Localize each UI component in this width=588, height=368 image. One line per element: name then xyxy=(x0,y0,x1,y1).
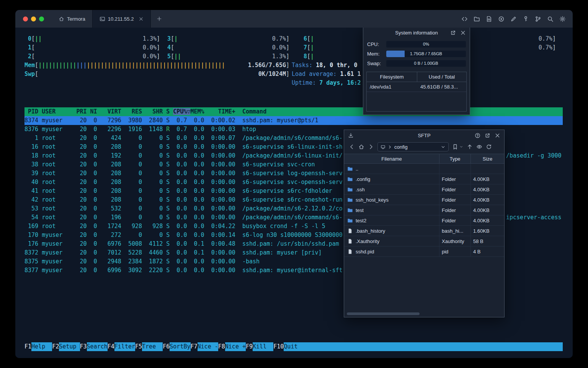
fn-label-F6[interactable]: SortBy xyxy=(170,342,190,351)
close-panel-icon[interactable] xyxy=(495,133,500,138)
file-row[interactable]: .configFolder4.00KB xyxy=(344,174,504,184)
column-header-size[interactable]: Size xyxy=(471,154,504,163)
file-row[interactable]: ssh_host_keysFolder4.00KB xyxy=(344,195,504,205)
file-row[interactable]: .sshFolder4.00KB xyxy=(344,184,504,195)
meter-bar: 1.75GB / 7.65GB xyxy=(386,51,466,57)
fn-key-F8[interactable]: F8 xyxy=(218,342,225,351)
process-row-8375[interactable]: 8375 myuser 20 0 2948 2384 1872 S 0.0 0.… xyxy=(24,257,260,266)
parent-directory-icon[interactable] xyxy=(467,144,473,150)
memory-meter: Mem[||||||||||||||||||||||||||||||||||||… xyxy=(24,61,289,70)
fn-label-F8[interactable]: Nice + xyxy=(225,342,246,351)
fn-key-F1[interactable]: F1 xyxy=(24,342,31,351)
file-row[interactable]: sshd.pidpid4 B xyxy=(344,246,504,257)
fn-key-F2[interactable]: F2 xyxy=(52,342,59,351)
process-row-8372[interactable]: 8372 myuser 20 0 7012 5228 4460 S 0.0 0.… xyxy=(24,248,322,257)
process-row-42[interactable]: 42 root 20 0 208 0 0 S 0.0 0.0 0:00.00 s… xyxy=(24,196,343,204)
show-hidden-icon[interactable] xyxy=(476,144,482,150)
chevron-down-icon[interactable] xyxy=(441,145,446,150)
path-breadcrumb[interactable]: config xyxy=(377,142,449,151)
pen-icon[interactable] xyxy=(510,16,517,22)
open-in-window-icon[interactable] xyxy=(450,30,456,36)
fn-label-F1[interactable]: Help xyxy=(31,342,52,351)
code-icon[interactable] xyxy=(461,16,468,22)
swap-meter: Swp[0K/1024M] xyxy=(24,70,289,79)
home-icon[interactable] xyxy=(358,144,364,150)
htop-header-row[interactable]: PID USER PRI NI VIRT RES SHR S CPU%▽MEM%… xyxy=(24,107,563,116)
process-row-8376[interactable]: 8376 myuser 20 0 2296 1916 1148 R 0.7 0.… xyxy=(24,125,256,134)
fn-label-F4[interactable]: Filter xyxy=(114,342,135,351)
file-size: 4.00KB xyxy=(471,215,504,225)
process-row-54[interactable]: 54 root 20 0 196 0 0 S 0.0 0.0 0:00.00 /… xyxy=(24,213,343,222)
back-icon[interactable] xyxy=(349,144,355,150)
filesystem-table-body: /dev/vda145.61GB / 58.3... xyxy=(367,82,466,92)
fn-key-F5[interactable]: F5 xyxy=(135,342,142,351)
process-row-38[interactable]: 38 root 20 0 208 0 0 S 0.0 0.0 0:00.00 s… xyxy=(24,160,315,169)
process-row-18[interactable]: 18 root 20 0 192 0 0 S 0.0 0.0 0:00.00 /… xyxy=(24,151,343,160)
fn-key-F6[interactable]: F6 xyxy=(163,342,170,351)
file-row[interactable]: .bash_historybash_hi...1.60KB xyxy=(344,226,504,236)
key-icon[interactable] xyxy=(523,16,529,22)
file-row[interactable]: .. xyxy=(344,164,504,174)
file-row[interactable]: .XauthorityXauthority58 B xyxy=(344,236,504,246)
record-icon[interactable] xyxy=(498,16,505,22)
sysinfo-meter: Swap:0 B / 1.00GB xyxy=(363,60,470,67)
file-name: test xyxy=(356,207,364,213)
bookmark-dropdown-icon[interactable] xyxy=(459,145,463,149)
scrollbar-thumb[interactable] xyxy=(347,312,420,315)
fn-label-F9[interactable]: Kill xyxy=(253,342,273,351)
settings-icon[interactable] xyxy=(559,16,566,22)
horizontal-scrollbar[interactable] xyxy=(345,312,503,316)
file-row[interactable]: testFolder4.00KB xyxy=(344,205,504,215)
column-header-filename[interactable]: Filename xyxy=(344,154,439,163)
process-row-8377[interactable]: 8377 myuser 20 0 6996 3092 2220 S 0.0 0.… xyxy=(24,266,343,275)
bookmark-icon[interactable] xyxy=(452,144,458,150)
open-in-window-icon[interactable] xyxy=(485,133,490,138)
process-row-176[interactable]: 176 myuser 20 0 6976 5008 4112 S 0.0 0.1… xyxy=(24,240,339,248)
process-row-40[interactable]: 40 root 20 0 208 0 0 S 0.0 0.0 0:00.00 s… xyxy=(24,178,343,187)
folder-icon[interactable] xyxy=(474,16,480,22)
fn-label-F2[interactable]: Setup xyxy=(59,342,80,351)
close-window-button[interactable] xyxy=(23,16,28,21)
fn-label-F10[interactable]: Quit xyxy=(284,342,304,351)
new-tab-button[interactable] xyxy=(151,10,168,28)
fn-key-F3[interactable]: F3 xyxy=(80,342,87,351)
fn-key-F4[interactable]: F4 xyxy=(108,342,114,351)
process-row-39[interactable]: 39 root 20 0 208 0 0 S 0.0 0.0 0:00.00 s… xyxy=(24,169,343,178)
process-row-169[interactable]: 169 root 20 0 1724 928 928 S 0.0 0.0 0:0… xyxy=(24,222,325,231)
close-panel-icon[interactable] xyxy=(460,30,466,36)
close-tab-icon[interactable] xyxy=(139,16,144,21)
forward-icon[interactable] xyxy=(368,144,374,150)
fn-key-F10[interactable]: F10 xyxy=(273,342,284,351)
process-row-53[interactable]: 53 root 20 0 532 0 0 S 0.0 0.0 0:00.00 /… xyxy=(24,204,343,213)
file-size: 1.60KB xyxy=(471,226,504,236)
command-overflow-fragment: /basedir -g 3000 xyxy=(506,151,562,160)
tab-label: 10.211.55.2 xyxy=(108,16,134,22)
meter-label: Swap: xyxy=(367,61,386,66)
process-row-170[interactable]: 170 myuser 20 0 272 0 0 S 0.0 0.0 0:00.1… xyxy=(24,231,343,240)
fn-label-F5[interactable]: Tree xyxy=(142,342,163,351)
fn-label-F3[interactable]: Search xyxy=(87,342,108,351)
branch-icon[interactable] xyxy=(535,16,541,22)
process-row-1[interactable]: 1 root 20 0 424 0 0 S 0.0 0.0 0:00.07 /p… xyxy=(24,134,343,143)
tab-ssh-session[interactable]: 10.211.55.2 xyxy=(92,10,151,28)
fn-label-F7[interactable]: Nice - xyxy=(198,342,218,351)
notes-icon[interactable] xyxy=(486,16,492,22)
filesystem-row[interactable]: /dev/vda145.61GB / 58.3... xyxy=(367,82,466,92)
tab-termora-home[interactable]: Termora xyxy=(52,10,92,28)
refresh-icon[interactable] xyxy=(486,144,492,150)
minimize-window-button[interactable] xyxy=(31,16,36,21)
transfers-icon[interactable] xyxy=(348,133,354,138)
cpu-meter-0: 0[||1.3%] xyxy=(24,34,160,43)
process-row-8374[interactable]: 8374 myuser 20 0 7296 3980 2840 S 0.7 0.… xyxy=(24,116,563,125)
file-row[interactable]: test2Folder4.00KB xyxy=(344,215,504,226)
file-type: Folder xyxy=(439,174,471,184)
process-row-41[interactable]: 41 root 20 0 208 0 0 S 0.0 0.0 0:00.00 s… xyxy=(24,187,332,196)
process-row-16[interactable]: 16 root 20 0 208 0 0 S 0.0 0.0 0:00.00 s… xyxy=(24,143,343,151)
folder-icon xyxy=(347,197,353,203)
fn-key-F9[interactable]: F9 xyxy=(246,342,253,351)
column-header-type[interactable]: Type xyxy=(439,154,471,163)
fn-key-F7[interactable]: F7 xyxy=(191,342,198,351)
help-icon[interactable] xyxy=(475,133,480,138)
search-icon[interactable] xyxy=(547,16,554,22)
zoom-window-button[interactable] xyxy=(39,16,44,21)
